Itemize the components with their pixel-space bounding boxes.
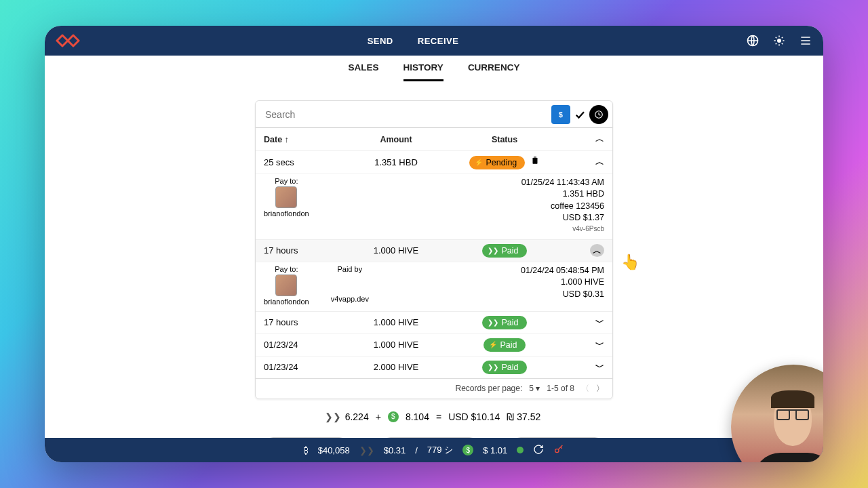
row-detail: Pay to: brianoflondon Paid by v4vapp.dev… — [256, 262, 612, 312]
table-row: 01/23/24 2.000 HIVE ❯❯Paid ﹀ — [256, 357, 612, 379]
separator: / — [415, 445, 418, 455]
status-badge: ⚡Pending — [469, 156, 525, 169]
btc-price: $40,058 — [318, 445, 350, 455]
cell-amount: 1.000 HIVE — [345, 245, 447, 256]
svg-text:$: $ — [559, 110, 563, 118]
status-badge: ❯❯Paid — [482, 244, 526, 258]
delete-icon[interactable] — [530, 157, 540, 167]
table-row: 01/23/24 1.000 HIVE ⚡Paid ﹀ — [256, 334, 612, 357]
summary-plus: + — [376, 411, 381, 422]
cell-amount: 2.000 HIVE — [345, 362, 447, 372]
hive-icon: ❯❯ — [488, 319, 498, 326]
pager: Records per page: 5 ▾ 1-5 of 8 〈 〉 — [256, 379, 612, 399]
bottombar: ₿$40,058 ❯❯$0.31 / 779 シ $$ 1.01 — [45, 438, 823, 462]
cell-date: 17 hours — [264, 245, 345, 256]
pager-next-icon[interactable]: 〉 — [596, 383, 604, 394]
cell-date: 01/23/24 — [264, 340, 345, 350]
svg-point-1 — [777, 39, 781, 43]
avatar — [275, 274, 297, 296]
paid-by-user: v4vapp.dev — [331, 295, 369, 303]
menu-icon[interactable] — [799, 34, 812, 47]
hive-price: $0.31 — [384, 445, 406, 455]
topbar: SEND RECEIVE — [45, 26, 823, 56]
pay-to-box: Pay to: brianoflondon — [264, 177, 309, 234]
status-badge: ⚡Paid — [484, 338, 525, 352]
filter-currency-icon[interactable]: $ — [551, 105, 570, 124]
header-status[interactable]: Status — [447, 135, 562, 144]
table-row: 25 secs 1.351 HBD ⚡Pending ︿ — [256, 151, 612, 174]
cell-date: 25 secs — [264, 157, 345, 167]
paid-by-label: Paid by — [331, 265, 369, 273]
history-table: $ Date ↑ Amount Status ︿ 25 secs 1.351 H… — [255, 100, 613, 399]
filter-check-icon[interactable] — [570, 105, 589, 124]
sort-asc-icon: ↑ — [285, 135, 289, 144]
detail-memo: coffee 123456 — [309, 201, 604, 213]
collapse-row-icon[interactable]: ︿ — [595, 157, 604, 167]
cell-date: 01/23/24 — [264, 362, 345, 372]
key-icon[interactable] — [553, 444, 564, 457]
globe-icon[interactable] — [746, 34, 760, 47]
pay-to-user: brianoflondon — [264, 209, 309, 218]
paid-by-box: Paid by v4vapp.dev — [331, 265, 369, 306]
cell-amount: 1.000 HIVE — [345, 340, 447, 350]
summary-hbd: 8.104 — [406, 411, 429, 422]
expand-row-icon[interactable]: ﹀ — [595, 317, 604, 327]
tab-currency[interactable]: CURRENCY — [468, 62, 520, 81]
header-date[interactable]: Date ↑ — [264, 135, 345, 144]
status-dot-icon — [517, 447, 524, 453]
sats-price: 779 シ — [427, 444, 453, 456]
lightning-icon: ⚡ — [489, 341, 497, 348]
app-window: SEND RECEIVE SALES HISTORY CURRENCY $ Da… — [45, 26, 823, 462]
lightning-icon: ⚡ — [475, 159, 483, 166]
summary-eq: = — [436, 411, 441, 422]
pager-per-page[interactable]: 5 ▾ — [529, 384, 540, 393]
collapse-all-icon[interactable]: ︿ — [595, 134, 604, 144]
tabbar: SALES HISTORY CURRENCY — [45, 56, 823, 81]
expand-row-icon[interactable]: ﹀ — [595, 340, 604, 350]
detail-txid: v4v-6Pscb — [309, 224, 604, 234]
cell-amount: 1.351 HBD — [345, 157, 447, 167]
pay-to-label: Pay to: — [264, 177, 309, 185]
status-badge: ❯❯Paid — [482, 316, 526, 329]
pager-prev-icon[interactable]: 〈 — [581, 383, 589, 394]
header-amount[interactable]: Amount — [345, 135, 447, 144]
nav-send[interactable]: SEND — [368, 36, 393, 46]
pager-range: 1-5 of 8 — [547, 384, 574, 393]
table-row: 17 hours 1.000 HIVE ❯❯Paid ﹀ — [256, 312, 612, 334]
status-badge: ❯❯Paid — [482, 361, 526, 374]
tab-history[interactable]: HISTORY — [403, 62, 443, 81]
detail-amount: 1.000 HIVE — [369, 277, 604, 289]
refresh-icon[interactable] — [533, 444, 544, 457]
app-logo[interactable] — [56, 32, 80, 49]
table-header: Date ↑ Amount Status ︿ — [256, 128, 612, 151]
pay-to-box: Pay to: brianoflondon — [264, 265, 309, 306]
balance-summary: ❯❯ 6.224 + $ 8.104 = USD $10.14 ₪ 37.52 — [328, 411, 541, 422]
filter-clock-icon[interactable] — [589, 105, 608, 124]
row-detail: Pay to: brianoflondon 01/25/24 11:43:43 … — [256, 174, 612, 240]
detail-amount: 1.351 HBD — [309, 188, 604, 201]
pay-to-user: brianoflondon — [264, 298, 309, 306]
theme-toggle-icon[interactable] — [773, 35, 785, 47]
pay-to-label: Pay to: — [264, 265, 309, 273]
cell-date: 17 hours — [264, 317, 345, 327]
svg-line-7 — [782, 43, 783, 45]
svg-line-9 — [782, 37, 783, 39]
btc-icon: ₿ — [304, 445, 309, 455]
svg-line-8 — [776, 43, 777, 45]
svg-point-15 — [555, 449, 559, 452]
cell-amount: 1.000 HIVE — [345, 317, 447, 327]
hive-icon: ❯❯ — [328, 411, 338, 422]
detail-timestamp: 01/25/24 11:43:43 AM — [309, 177, 604, 189]
search-input[interactable] — [261, 106, 551, 123]
summary-hive: 6.224 — [345, 411, 369, 422]
content: $ Date ↑ Amount Status ︿ 25 secs 1.351 H… — [45, 81, 823, 456]
tab-sales[interactable]: SALES — [349, 62, 379, 81]
table-row: 17 hours 1.000 HIVE ❯❯Paid ︿ — [256, 240, 612, 262]
expand-row-icon[interactable]: ﹀ — [595, 362, 604, 372]
nav-receive[interactable]: RECEIVE — [418, 36, 459, 46]
collapse-row-icon[interactable]: ︿ — [590, 244, 604, 257]
detail-usd: USD $0.31 — [369, 289, 604, 301]
svg-line-6 — [776, 37, 777, 39]
search-row: $ — [256, 101, 612, 128]
hbd-price: $ 1.01 — [483, 445, 507, 455]
